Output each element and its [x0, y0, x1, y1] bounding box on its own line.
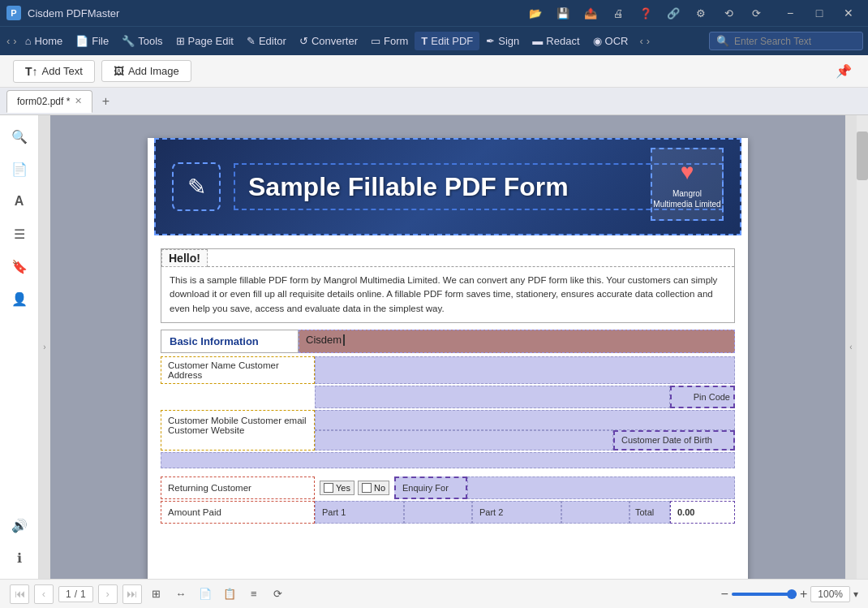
sidebar-outline-btn[interactable]: ☰ — [5, 219, 34, 248]
first-page-button[interactable]: ⏮ — [10, 584, 29, 604]
maximize-button[interactable]: □ — [806, 3, 832, 23]
menu-nav-next[interactable]: › — [11, 32, 18, 50]
pin-button[interactable]: 📌 — [832, 60, 855, 83]
part2-field[interactable] — [561, 501, 630, 524]
menu-tools[interactable]: 🔧 Tools — [115, 32, 169, 50]
vertical-scrollbar[interactable] — [857, 115, 868, 579]
menu-nav-prev[interactable]: ‹ — [5, 32, 11, 50]
sidebar-info-btn[interactable]: ℹ — [5, 543, 34, 572]
sidebar-signatures-btn[interactable]: 👤 — [5, 284, 34, 313]
pdf-header-banner: ✎ Sample Fillable PDF Form ♥ Mangrol Mul… — [154, 138, 741, 235]
minimize-button[interactable]: − — [777, 3, 803, 23]
menu-edit-pdf[interactable]: T Edit PDF — [415, 32, 479, 50]
link-btn[interactable]: 🔗 — [662, 4, 685, 22]
customer-contact-row: Customer Mobile Customer email Customer … — [161, 410, 735, 451]
edit-circle-icon: ✎ — [187, 174, 206, 201]
menu-form-label: Form — [384, 35, 408, 47]
zoom-in-button[interactable]: + — [800, 587, 807, 602]
pincode-label: Pin Code — [670, 386, 735, 408]
menu-page-edit[interactable]: ⊞ Page Edit — [170, 32, 240, 50]
enquiry-field[interactable] — [467, 476, 735, 499]
form-area: Customer Name Customer Address Pin Code … — [161, 356, 735, 524]
sidebar-search-btn[interactable]: 🔍 — [5, 122, 34, 151]
single-page-btn[interactable]: 📄 — [196, 584, 215, 604]
part1-label: Part 1 — [315, 501, 404, 524]
hello-title: Hello! — [161, 249, 208, 267]
fit-page-btn[interactable]: ⊞ — [147, 584, 166, 604]
redo-btn[interactable]: ⟳ — [745, 4, 767, 22]
yes-checkbox-box[interactable] — [324, 483, 333, 493]
sidebar-text-btn[interactable]: A — [5, 187, 34, 216]
canvas-area[interactable]: ✎ Sample Fillable PDF Form ♥ Mangrol Mul… — [50, 115, 845, 579]
hello-body-text: This is a sample fillable PDF form by Ma… — [161, 267, 734, 322]
close-button[interactable]: ✕ — [836, 3, 862, 23]
menu-converter[interactable]: ↺ Converter — [293, 32, 364, 50]
continuous-btn[interactable]: ≡ — [244, 584, 264, 604]
window-controls: − □ ✕ — [777, 3, 862, 23]
pincode-value-area[interactable] — [315, 386, 670, 408]
sidebar-collapse-handle[interactable]: › — [39, 115, 50, 579]
customer-name-field[interactable] — [315, 356, 735, 384]
collapse-icon: › — [43, 343, 45, 351]
right-collapse-handle[interactable]: ‹ — [845, 115, 857, 579]
menu-home[interactable]: ⌂ Home — [19, 32, 70, 50]
settings-btn[interactable]: ⚙ — [690, 4, 712, 22]
menu-redact[interactable]: ▬ Redact — [526, 32, 586, 50]
email-field[interactable] — [315, 430, 613, 451]
page-separator: / — [75, 589, 77, 600]
app-name: Cisdem PDFMaster — [28, 7, 524, 19]
basic-info-field[interactable]: Cisdem — [299, 330, 735, 353]
save-btn[interactable]: 💾 — [552, 4, 574, 22]
menu-ocr[interactable]: ◉ OCR — [587, 32, 635, 50]
next-page-button[interactable]: › — [98, 584, 118, 604]
menu-overflow-next[interactable]: › — [645, 32, 651, 50]
pdf-tab[interactable]: form02.pdf * ✕ — [6, 90, 92, 113]
menu-form[interactable]: ▭ Form — [364, 32, 415, 50]
menu-page-edit-label: Page Edit — [188, 35, 234, 47]
menu-tools-label: Tools — [138, 35, 162, 47]
editor-icon: ✎ — [247, 35, 256, 47]
add-text-button[interactable]: T↑ Add Text — [13, 60, 95, 83]
undo-btn[interactable]: ⟲ — [717, 4, 740, 22]
menu-overflow-prev[interactable]: ‹ — [638, 32, 644, 50]
tab-close-button[interactable]: ✕ — [75, 96, 82, 106]
yes-label: Yes — [336, 483, 350, 493]
part1-field[interactable] — [404, 501, 472, 524]
sidebar-audio-btn[interactable]: 🔊 — [5, 511, 34, 540]
menu-editor[interactable]: ✎ Editor — [240, 32, 293, 50]
search-input[interactable] — [734, 36, 856, 47]
menu-sign[interactable]: ✒ Sign — [479, 32, 526, 50]
new-tab-button[interactable]: + — [96, 92, 115, 111]
amount-paid-row: Amount Paid Part 1 Part 2 Total 0.00 — [161, 501, 735, 524]
no-checkbox[interactable]: No — [358, 481, 389, 495]
pdf-header-icon: ✎ — [172, 162, 221, 211]
pdf-title: Sample Fillable PDF Form — [248, 171, 709, 202]
yes-checkbox[interactable]: Yes — [320, 481, 355, 495]
zoom-dropdown-icon[interactable]: ▾ — [853, 589, 858, 600]
help-btn[interactable]: ❓ — [634, 4, 657, 22]
prev-page-button[interactable]: ‹ — [34, 584, 54, 604]
share-btn[interactable]: 📤 — [579, 4, 602, 22]
add-text-label: Add Text — [42, 65, 83, 77]
last-page-button[interactable]: ⏭ — [122, 584, 142, 604]
print-btn[interactable]: 🖨 — [607, 4, 630, 22]
signatures-icon: 👤 — [11, 291, 28, 307]
add-image-button[interactable]: 🖼 Add Image — [101, 60, 191, 82]
audio-icon: 🔊 — [11, 518, 28, 533]
no-checkbox-box[interactable] — [362, 483, 372, 493]
sidebar-bookmarks-btn[interactable]: 🔖 — [5, 252, 34, 281]
menu-file[interactable]: 📄 File — [69, 32, 115, 50]
fit-width-btn[interactable]: ↔ — [171, 584, 191, 604]
zoom-slider-thumb[interactable] — [787, 589, 797, 599]
search-box[interactable]: 🔍 — [709, 32, 863, 50]
zoom-slider[interactable] — [732, 593, 797, 596]
zoom-level-display[interactable]: 100% — [810, 586, 850, 602]
open-btn[interactable]: 📂 — [524, 4, 547, 22]
zoom-out-button[interactable]: − — [721, 587, 728, 602]
two-page-btn[interactable]: 📋 — [220, 584, 239, 604]
rotate-btn[interactable]: ⟳ — [269, 584, 288, 604]
sidebar-pages-btn[interactable]: 📄 — [5, 154, 34, 183]
mobile-field[interactable] — [315, 410, 735, 430]
empty-field-1[interactable] — [161, 452, 735, 468]
scrollbar-thumb[interactable] — [857, 132, 868, 180]
